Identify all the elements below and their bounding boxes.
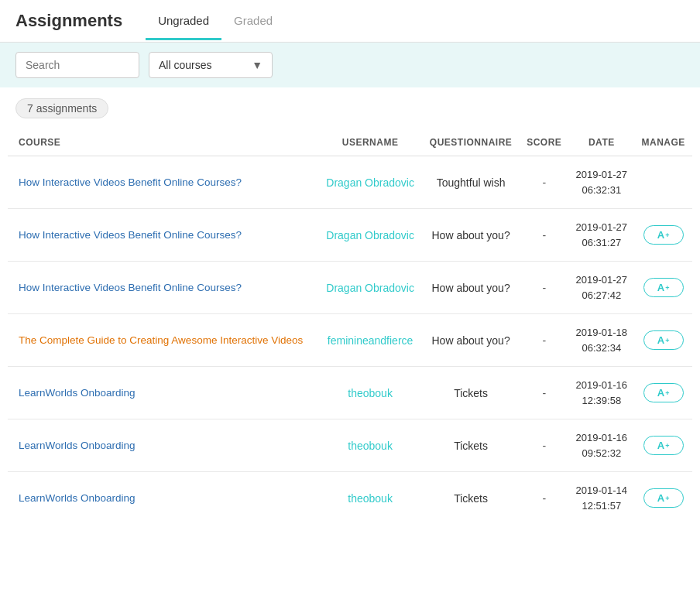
username-link[interactable]: theobouk [348, 492, 393, 505]
grade-button[interactable]: A+ [643, 383, 684, 402]
cell-score: - [520, 209, 568, 262]
cell-username: theobouk [318, 419, 422, 472]
assignments-count-area: 7 assignments [0, 87, 700, 129]
chevron-down-icon: ▼ [252, 59, 262, 71]
cell-manage: A+ [634, 209, 692, 262]
cell-username: Dragan Obradovic [318, 156, 422, 209]
cell-questionnaire: How about you? [422, 209, 520, 262]
username-link[interactable]: Dragan Obradovic [326, 229, 414, 241]
cell-manage: A+ [634, 262, 692, 314]
col-header-date: DATE [568, 129, 634, 156]
assignments-badge: 7 assignments [15, 98, 108, 118]
table-row: How Interactive Videos Benefit Online Co… [8, 262, 692, 314]
grade-button[interactable]: A+ [643, 330, 684, 350]
assignments-table: COURSE USERNAME QUESTIONNAIRE SCORE DATE… [8, 129, 692, 524]
cell-username: Dragan Obradovic [318, 262, 422, 314]
page-title: Assignments [15, 0, 122, 42]
page-header: Assignments Ungraded Graded [0, 0, 700, 43]
cell-manage: A+ [634, 419, 692, 472]
tab-bar: Ungraded Graded [146, 2, 285, 39]
table-row: How Interactive Videos Benefit Online Co… [8, 156, 692, 209]
cell-score: - [520, 472, 568, 525]
cell-score: - [520, 262, 568, 314]
course-link[interactable]: How Interactive Videos Benefit Online Co… [19, 229, 242, 241]
course-link[interactable]: LearnWorlds Onboarding [19, 440, 136, 451]
table-header: COURSE USERNAME QUESTIONNAIRE SCORE DATE… [8, 129, 692, 156]
cell-username: theobouk [318, 472, 422, 525]
cell-date: 2019-01-1806:32:34 [568, 314, 634, 367]
cell-manage: A+ [634, 314, 692, 367]
table-row: The Complete Guide to Creating Awesome I… [8, 314, 692, 367]
tab-ungraded[interactable]: Ungraded [146, 3, 221, 40]
grade-button[interactable]: A+ [643, 225, 684, 245]
username-link[interactable]: feminineandfierce [328, 334, 413, 347]
assignments-table-container: COURSE USERNAME QUESTIONNAIRE SCORE DATE… [0, 129, 700, 524]
cell-questionnaire: Tickets [422, 472, 520, 525]
course-select[interactable]: All courses ▼ [149, 52, 273, 78]
username-link[interactable]: Dragan Obradovic [326, 176, 414, 189]
cell-date: 2019-01-2706:27:42 [568, 262, 634, 314]
cell-questionnaire: How about you? [422, 314, 520, 367]
search-input[interactable] [15, 52, 139, 78]
table-row: LearnWorlds OnboardingtheoboukTickets-20… [8, 472, 692, 525]
cell-course: LearnWorlds Onboarding [8, 367, 318, 419]
cell-manage: A+ [634, 367, 692, 419]
cell-questionnaire: Tickets [422, 419, 520, 472]
username-link[interactable]: theobouk [348, 387, 393, 399]
col-header-username: USERNAME [318, 129, 422, 156]
col-header-course: COURSE [8, 129, 318, 156]
grade-button[interactable]: A+ [643, 278, 684, 297]
cell-course: How Interactive Videos Benefit Online Co… [8, 156, 318, 209]
cell-date: 2019-01-1612:39:58 [568, 367, 634, 419]
grade-button[interactable]: A+ [643, 436, 684, 455]
course-link[interactable]: LearnWorlds Onboarding [19, 492, 136, 504]
col-header-score: SCORE [520, 129, 568, 156]
grade-button[interactable]: A+ [643, 488, 684, 508]
cell-course: LearnWorlds Onboarding [8, 472, 318, 525]
course-link[interactable]: How Interactive Videos Benefit Online Co… [19, 282, 242, 293]
cell-username: feminineandfierce [318, 314, 422, 367]
cell-questionnaire: Tickets [422, 367, 520, 419]
course-link[interactable]: The Complete Guide to Creating Awesome I… [19, 334, 303, 346]
course-link[interactable]: LearnWorlds Onboarding [19, 387, 136, 399]
col-header-manage: MANAGE [634, 129, 692, 156]
table-row: LearnWorlds OnboardingtheoboukTickets-20… [8, 367, 692, 419]
cell-score: - [520, 367, 568, 419]
filter-bar: All courses ▼ [0, 43, 700, 87]
cell-date: 2019-01-2706:31:27 [568, 209, 634, 262]
cell-username: Dragan Obradovic [318, 209, 422, 262]
cell-date: 2019-01-1412:51:57 [568, 472, 634, 525]
cell-score: - [520, 314, 568, 367]
cell-score: - [520, 419, 568, 472]
table-row: LearnWorlds OnboardingtheoboukTickets-20… [8, 419, 692, 472]
cell-date: 2019-01-1609:52:32 [568, 419, 634, 472]
table-row: How Interactive Videos Benefit Online Co… [8, 209, 692, 262]
table-body: How Interactive Videos Benefit Online Co… [8, 156, 692, 525]
cell-questionnaire: Toughtful wish [422, 156, 520, 209]
tab-graded[interactable]: Graded [221, 3, 285, 40]
username-link[interactable]: theobouk [348, 440, 393, 452]
cell-score: - [520, 156, 568, 209]
cell-username: theobouk [318, 367, 422, 419]
username-link[interactable]: Dragan Obradovic [326, 282, 414, 294]
cell-course: The Complete Guide to Creating Awesome I… [8, 314, 318, 367]
col-header-questionnaire: QUESTIONNAIRE [422, 129, 520, 156]
cell-date: 2019-01-2706:32:31 [568, 156, 634, 209]
cell-course: LearnWorlds Onboarding [8, 419, 318, 472]
cell-course: How Interactive Videos Benefit Online Co… [8, 262, 318, 314]
cell-course: How Interactive Videos Benefit Online Co… [8, 209, 318, 262]
course-select-label: All courses [159, 59, 211, 71]
cell-manage: A+ [634, 472, 692, 525]
course-link[interactable]: How Interactive Videos Benefit Online Co… [19, 176, 242, 188]
cell-manage [634, 156, 692, 209]
cell-questionnaire: How about you? [422, 262, 520, 314]
